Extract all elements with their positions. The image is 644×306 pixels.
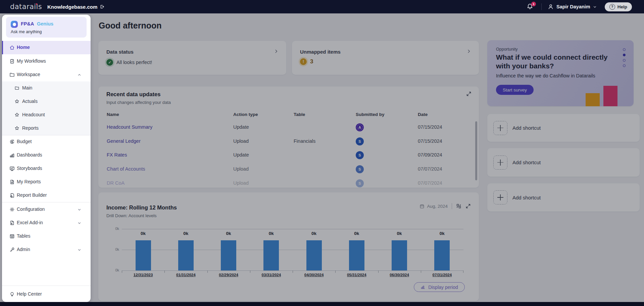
sidebar: FP&A Genius Ask me anything Home My Work…	[2, 15, 91, 302]
help-button[interactable]: ? Help	[605, 2, 632, 11]
sidebar-item-tables[interactable]: Tables	[2, 230, 91, 243]
sidebar-item-dashboards[interactable]: Dashboards	[2, 148, 91, 162]
sidebar-item-reports[interactable]: Reports	[2, 122, 91, 135]
sidebar-item-excel-addin[interactable]: Excel Add-in	[2, 216, 91, 230]
user-menu[interactable]: Sapir Dayanim	[548, 4, 597, 10]
datarails-logo: datarails	[10, 3, 42, 11]
user-icon	[548, 4, 554, 10]
workspace-folder-icon	[9, 72, 15, 77]
sidebar-item-main[interactable]: Main	[2, 81, 91, 95]
exit-icon[interactable]	[100, 4, 104, 9]
divider	[2, 286, 91, 286]
app-root: Good afternoon Data status ✓ All looks p…	[0, 0, 644, 306]
fpa-genius-card[interactable]: FP&A Genius Ask me anything	[6, 17, 87, 38]
star-icon	[14, 112, 19, 117]
sidebar-item-my-workflows[interactable]: My Workflows	[2, 55, 91, 68]
chevron-down-icon[interactable]	[78, 221, 81, 225]
fpa-genius-subtitle: Ask me anything	[11, 29, 42, 34]
notifications-button[interactable]: 1	[527, 3, 534, 10]
gear-icon	[9, 207, 15, 212]
topbar: datarails Knowledgebase.com 1 Sapir Daya…	[0, 0, 644, 13]
storyboards-icon	[9, 166, 15, 171]
workspace-name: Knowledgebase.com	[47, 4, 97, 10]
question-mark-icon: ?	[609, 4, 615, 10]
sidebar-item-headcount[interactable]: Headcount	[2, 108, 91, 122]
logo-red-dot	[36, 3, 37, 5]
sidebar-item-workspace[interactable]: Workspace	[2, 68, 91, 81]
workspace-switcher[interactable]: Knowledgebase.com	[47, 4, 104, 10]
sidebar-item-home[interactable]: Home	[2, 41, 91, 54]
home-icon	[9, 45, 15, 50]
chevron-up-icon[interactable]	[78, 73, 81, 77]
sidebar-item-budget[interactable]: Budget	[2, 135, 91, 148]
excel-file-icon	[9, 220, 15, 226]
sidebar-item-actuals[interactable]: Actuals	[2, 95, 91, 108]
chevron-down-icon[interactable]	[78, 208, 81, 211]
star-icon	[14, 126, 19, 131]
sidebar-item-report-builder[interactable]: Report Builder	[2, 189, 91, 202]
fpa-genius-title-2: Genius	[37, 21, 53, 26]
chevron-down-icon	[593, 5, 597, 9]
sidebar-item-configuration[interactable]: Configuration	[2, 203, 91, 216]
modal-dim-overlay	[0, 13, 644, 306]
key-icon	[9, 247, 15, 252]
bar-chart-icon	[9, 152, 15, 158]
folder-icon	[14, 85, 19, 90]
fpa-genius-icon	[11, 21, 18, 28]
help-label: Help	[617, 4, 627, 9]
sidebar-item-storyboards[interactable]: Storyboards	[2, 162, 91, 175]
fpa-genius-title: FP&A	[21, 21, 34, 26]
sidebar-item-admin[interactable]: Admin	[2, 243, 91, 256]
user-name: Sapir Dayanim	[556, 4, 590, 9]
divider	[541, 3, 542, 10]
document-icon	[9, 179, 15, 185]
chevron-down-icon[interactable]	[78, 248, 81, 252]
table-icon	[9, 234, 15, 239]
clipboard-icon	[9, 59, 15, 64]
lightbulb-icon	[9, 292, 15, 297]
budget-icon	[9, 139, 15, 144]
notification-badge: 1	[531, 2, 536, 6]
sidebar-item-my-reports[interactable]: My Reports	[2, 175, 91, 189]
star-icon	[14, 99, 19, 104]
report-builder-icon	[9, 193, 15, 198]
divider	[2, 202, 91, 202]
sidebar-item-help-center[interactable]: Help Center	[2, 288, 91, 301]
